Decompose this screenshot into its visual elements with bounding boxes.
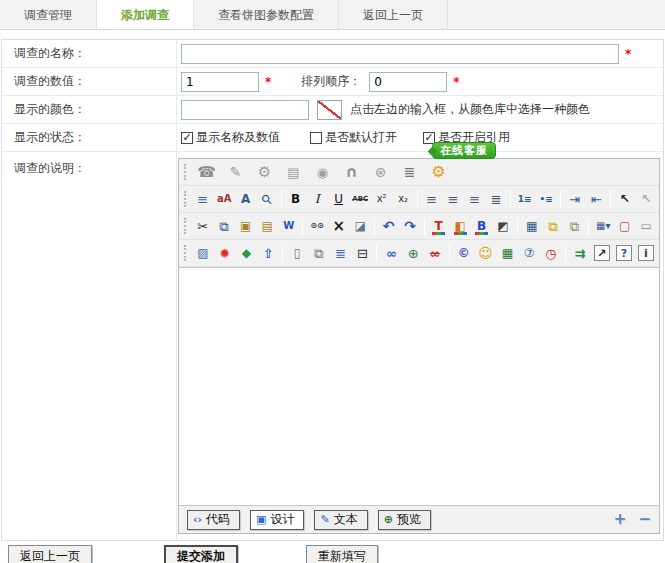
editor-expand-icon[interactable]: + (614, 512, 627, 527)
paste-text-icon[interactable]: ▤ (257, 216, 277, 237)
tab-back[interactable]: 返回上一页 (339, 0, 448, 29)
image-icon[interactable]: ▨ (193, 243, 213, 264)
table-dashed-icon[interactable]: ▢ (615, 216, 635, 237)
toolbar-grip-icon[interactable] (184, 164, 187, 180)
sliders-icon[interactable]: ≣ (397, 162, 422, 183)
rich-text-editor: ☎✎⚙▤◉∩⊛≣⚙≡aAA⚲BIUABCx²x₂≡≡≡≣1≡•≡⇥⇤↖↖✂⧉▣▤… (178, 158, 660, 534)
paragraph-format-icon[interactable]: ≡ (193, 189, 213, 210)
copy-icon[interactable]: ⧉ (214, 216, 234, 237)
bring-front-icon[interactable]: ⧉ (543, 216, 563, 237)
tab-pie-chart-config[interactable]: 查看饼图参数配置 (194, 0, 339, 29)
online-service-badge[interactable]: 在线客服 (432, 142, 496, 159)
checkbox-default-open-box[interactable] (310, 132, 322, 144)
emoticon-icon[interactable]: ☺ (476, 243, 496, 264)
marquee-icon[interactable]: ⊟ (353, 243, 373, 264)
fullscreen-icon[interactable]: ↗ (594, 245, 610, 261)
upload-icon[interactable]: ⇧ (258, 243, 278, 264)
survey-value-input[interactable] (181, 72, 259, 92)
send-back-icon[interactable]: ⧉ (565, 216, 585, 237)
media-icon[interactable]: ◆ (237, 243, 257, 264)
checkbox-show-name-and-value[interactable]: ✓显示名称及数值 (181, 129, 280, 146)
submit-add-button[interactable]: 提交添加 (164, 545, 238, 563)
bold-icon[interactable]: B (286, 189, 306, 210)
mode-code-icon: ‹› (193, 514, 202, 525)
survey-name-input[interactable] (181, 44, 619, 64)
checkbox-show-name-and-value-box[interactable]: ✓ (181, 132, 193, 144)
font-color-icon[interactable]: T (429, 216, 449, 237)
display-color-input[interactable] (181, 100, 309, 120)
zoom-icon[interactable]: ⚲ (253, 185, 282, 214)
unlink-icon[interactable]: ∞ (425, 243, 445, 264)
weblink-icon[interactable]: ∞ (381, 243, 401, 264)
mode-text-button[interactable]: ✎文本 (314, 510, 367, 530)
globe-link-icon[interactable]: ⊕ (403, 243, 423, 264)
fill-color-icon[interactable]: ◧ (450, 216, 470, 237)
italic-icon[interactable]: I (307, 189, 327, 210)
export-icon[interactable]: ⇉ (570, 243, 590, 264)
paste-icon[interactable]: ▣ (236, 216, 256, 237)
select-dotted-arrow-icon[interactable]: ↖ (636, 189, 656, 210)
color-swatch-icon[interactable] (317, 100, 342, 120)
select-arrow-icon[interactable]: ↖ (615, 189, 635, 210)
undo-icon[interactable]: ↶ (379, 216, 399, 237)
outline-border-icon[interactable]: ▦ (522, 216, 542, 237)
panel-icon[interactable]: ▤ (281, 162, 306, 183)
toolbar-grip-icon[interactable] (184, 245, 187, 261)
headset-icon[interactable]: ∩ (339, 162, 364, 183)
editor-shrink-icon[interactable]: − (638, 512, 651, 527)
doc-copy-icon[interactable]: ⧉ (309, 243, 329, 264)
back-button[interactable]: 返回上一页 (8, 545, 92, 563)
toolbar-grip-icon[interactable] (184, 191, 187, 207)
indent-decrease-icon[interactable]: ⇤ (586, 189, 606, 210)
clock-icon[interactable]: ◷ (541, 243, 561, 264)
bubbles-icon[interactable]: ⊛ (368, 162, 393, 183)
mode-design-button[interactable]: ▣设计 (250, 510, 304, 530)
anchor-icon[interactable]: © (454, 243, 474, 264)
toolbar-separator (565, 245, 566, 262)
gradient-icon[interactable]: ◩ (493, 216, 513, 237)
align-center-icon[interactable]: ≡ (443, 189, 463, 210)
flash-icon[interactable]: ✹ (215, 243, 235, 264)
row-dashed-icon[interactable]: ▭ (636, 216, 656, 237)
tab-survey-management[interactable]: 调查管理 (0, 0, 97, 29)
find-icon[interactable]: ⊙⊙ (307, 216, 327, 237)
ordered-list-icon[interactable]: 1≡ (515, 189, 535, 210)
redo-icon[interactable]: ↷ (400, 216, 420, 237)
disc-icon[interactable]: ◉ (310, 162, 335, 183)
reset-button[interactable]: 重新填写 (306, 545, 378, 563)
align-right-icon[interactable]: ≡ (465, 189, 485, 210)
subscript-icon[interactable]: x₂ (393, 189, 413, 210)
superscript-icon[interactable]: x² (372, 189, 392, 210)
strikethrough-icon[interactable]: ABC (350, 189, 370, 210)
stamp-icon[interactable]: ✎ (223, 162, 248, 183)
checkbox-default-open[interactable]: 是否默认打开 (310, 129, 397, 146)
justify-icon[interactable]: ≣ (486, 189, 506, 210)
align-left-icon[interactable]: ≡ (422, 189, 442, 210)
excel-icon[interactable]: ▦ (498, 243, 518, 264)
phone-icon[interactable]: ☎ (194, 162, 219, 183)
insert-table-icon[interactable]: ▦▾ (593, 216, 613, 237)
toolbar-grip-icon[interactable] (184, 218, 187, 234)
cut-icon[interactable]: ✂ (193, 216, 213, 237)
new-doc-icon[interactable]: ▯ (287, 243, 307, 264)
gear-orange-icon[interactable]: ⚙ (426, 162, 451, 183)
bg-color-icon[interactable]: B (472, 216, 492, 237)
unordered-list-icon[interactable]: •≡ (536, 189, 556, 210)
mode-preview-button[interactable]: ⊕预览 (378, 510, 431, 530)
underline-icon[interactable]: U (329, 189, 349, 210)
paste-word-icon[interactable]: W (279, 216, 299, 237)
font-name-icon[interactable]: aA (214, 189, 234, 210)
help-icon[interactable]: ? (616, 245, 632, 261)
eraser-icon[interactable]: ◪ (350, 216, 370, 237)
color-hint-text: 点击左边的输入框，从颜色库中选择一种颜色 (350, 101, 590, 118)
calendar-icon[interactable]: ⑦ (519, 243, 539, 264)
sort-order-input[interactable] (369, 72, 447, 92)
tab-add-survey[interactable]: 添加调查 (97, 0, 194, 29)
editor-content-area[interactable] (179, 267, 659, 506)
indent-increase-icon[interactable]: ⇥ (565, 189, 585, 210)
horizontal-rule-icon[interactable]: ≣ (331, 243, 351, 264)
info-icon[interactable]: i (638, 245, 654, 261)
delete-icon[interactable]: × (329, 216, 349, 237)
mode-code-button[interactable]: ‹›代码 (187, 510, 240, 530)
gear-icon[interactable]: ⚙ (252, 162, 277, 183)
